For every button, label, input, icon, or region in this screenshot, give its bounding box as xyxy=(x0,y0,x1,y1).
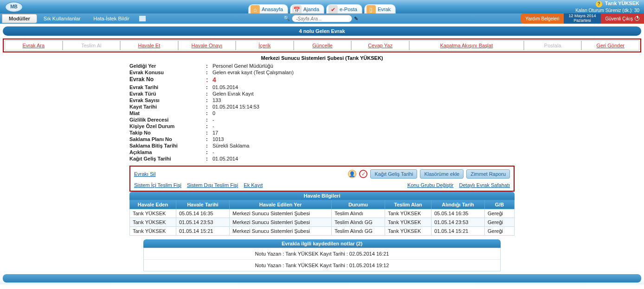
error-report-link[interactable]: Hata-İstek Bildir xyxy=(87,16,136,21)
kagit-gelis-value: 01.05.2014 xyxy=(213,156,515,161)
nav-doc[interactable]: ▯Evrak xyxy=(364,4,396,13)
detail-panel: Merkezi Sunucu Sistemleri Şubesi (Tarık … xyxy=(129,55,515,162)
note-row[interactable]: Notu Yazan : Tarık YÜKSEK Kayıt Tarihi :… xyxy=(144,260,500,271)
session-label: Kalan Oturum Süreniz (dk.): xyxy=(575,8,633,13)
table-row[interactable]: Tarık YÜKSEK05.05.14 16:35Merkezi Sunucu… xyxy=(130,209,515,218)
calendar-icon: 📅 xyxy=(292,5,302,14)
evrak-konusu-label: Evrak Konusu xyxy=(129,70,206,75)
aciklama-value: - xyxy=(213,149,515,155)
top-nav: ⌂Anasayfa 📅Ajanda ✔e-Posta ▯Evrak xyxy=(248,0,396,13)
ek-kayit-link[interactable]: Ek Kayıt xyxy=(244,182,263,188)
table-cell: 01.05.14 15:21 xyxy=(431,227,485,236)
miat-label: Miat xyxy=(129,110,206,116)
col-alindigi-tarih: Alındığı Tarih xyxy=(431,200,485,209)
note-row[interactable]: Notu Yazan : Tarık YÜKSEK Kayıt Tarihi :… xyxy=(144,248,500,260)
geri-gonder-link[interactable]: Geri Gönder xyxy=(596,43,625,48)
geldigi-yer-value: Personel Genel Müdürlüğü xyxy=(213,63,515,69)
havale-table: Havale Eden Havale Tarihi Havale Edilen … xyxy=(129,200,515,236)
user-name: Tarık YÜKSEK xyxy=(605,0,639,6)
col-durumu: Durumu xyxy=(332,200,385,209)
nav-mail[interactable]: ✔e-Posta xyxy=(326,4,362,13)
table-row[interactable]: Tarık YÜKSEK01.05.14 23:53Merkezi Sunucu… xyxy=(130,218,515,227)
date-line2: Pazartesi xyxy=(568,19,596,23)
sistem-disi-link[interactable]: Sistem Dışı Teslim Fişi xyxy=(187,182,238,188)
col-gb: G/B xyxy=(485,200,515,209)
havale-title: Havale Bilgileri xyxy=(129,192,515,200)
help-icon[interactable]: ? xyxy=(596,1,602,7)
detail-header: Merkezi Sunucu Sistemleri Şubesi (Tarık … xyxy=(129,55,515,63)
havale-et-link[interactable]: Havale Et xyxy=(138,43,161,48)
exit-label: Güvenli Çıkış xyxy=(605,16,633,21)
table-cell: Merkezi Sunucu Sistemleri Şubesi xyxy=(230,218,332,227)
konu-grubu-link[interactable]: Konu Grubu Değiştir xyxy=(407,182,454,188)
zimmet-raporu-button[interactable]: Zimmet Raporu xyxy=(466,169,510,179)
notes-body: Notu Yazan : Tarık YÜKSEK Kayıt Tarihi :… xyxy=(143,248,501,271)
evrak-tarihi-value: 01.05.2014 xyxy=(213,84,515,90)
action-row: Evrak Ara Teslim Al Havale Et Havale Ona… xyxy=(5,40,639,51)
col-teslim-alan: Teslim Alan xyxy=(385,200,431,209)
mid-top-row: Evrakı Sil 👤 ✓ Kağıt Geliş Tarihi Klasör… xyxy=(134,169,510,179)
table-row[interactable]: Tarık YÜKSEK01.05.14 15:21Merkezi Sunucu… xyxy=(130,227,515,236)
nav-home[interactable]: ⌂Anasayfa xyxy=(248,4,288,13)
help-docs-button[interactable]: Yardım Belgeleri xyxy=(521,13,564,24)
table-cell: Teslim Alındı xyxy=(332,209,385,218)
home-icon: ⌂ xyxy=(251,5,260,14)
document-icon: ▯ xyxy=(367,5,376,14)
table-cell: Gereği xyxy=(485,209,515,218)
table-cell: Tarık YÜKSEK xyxy=(385,227,431,236)
table-cell: 05.05.14 16:35 xyxy=(176,209,230,218)
cevap-yaz-link[interactable]: Cevap Yaz xyxy=(368,43,393,48)
aciklama-label: Açıklama xyxy=(129,149,206,155)
action-bar-highlight: Evrak Ara Teslim Al Havale Et Havale Ona… xyxy=(3,39,641,52)
table-cell: Merkezi Sunucu Sistemleri Şubesi xyxy=(230,227,332,236)
nav-agenda[interactable]: 📅Ajanda xyxy=(290,4,324,13)
nav-mail-label: e-Posta xyxy=(340,6,357,12)
postala-link: Postala xyxy=(544,43,561,48)
user-info: ?Tarık YÜKSEK Kalan Oturum Süreniz (dk.)… xyxy=(575,0,644,13)
footer-bar xyxy=(3,274,641,283)
evrak-tarihi-label: Evrak Tarihi xyxy=(129,84,206,90)
clock-icon[interactable]: ✓ xyxy=(359,170,367,178)
evrak-turu-value: Gelen Evrak Kayıt xyxy=(213,91,515,96)
guncelle-link[interactable]: Güncelle xyxy=(312,43,332,48)
toolbar-icon[interactable] xyxy=(139,15,146,22)
top-header: MB ⌂Anasayfa 📅Ajanda ✔e-Posta ▯Evrak ?Ta… xyxy=(0,0,644,13)
havale-onayi-link[interactable]: Havale Onayı xyxy=(192,43,223,48)
col-havale-tarihi: Havale Tarihi xyxy=(176,200,230,209)
mail-icon: ✔ xyxy=(328,5,338,14)
kayit-tarihi-value: 01.05.2014 15:14:53 xyxy=(213,104,515,109)
favorites-link[interactable]: Sık Kullanılanlar xyxy=(37,16,87,21)
col-havale-eden: Havale Eden xyxy=(130,200,176,209)
table-cell: Tarık YÜKSEK xyxy=(385,218,431,227)
detayli-safahat-link[interactable]: Detaylı Evrak Safahatı xyxy=(459,182,510,188)
search-input[interactable] xyxy=(292,15,352,22)
logo-badge[interactable]: MB xyxy=(5,2,23,12)
page-title: 4 nolu Gelen Evrak xyxy=(3,26,641,36)
icerik-link[interactable]: İçerik xyxy=(258,43,270,48)
kapatma-link[interactable]: Kapatma Akışını Başlat xyxy=(440,43,493,48)
saklama-plan-label: Saklama Planı No xyxy=(129,136,206,142)
evrak-sayisi-label: Evrak Sayısı xyxy=(129,97,206,103)
geldigi-yer-label: Geldiği Yer xyxy=(129,63,206,69)
kagit-gelis-tarihi-button[interactable]: Kağıt Geliş Tarihi xyxy=(370,169,417,179)
teslim-al-link: Teslim Al xyxy=(81,43,101,48)
kisiye-label: Kişiye Özel Durum xyxy=(129,123,206,129)
sistem-ici-link[interactable]: Sistem İçi Teslim Fişi xyxy=(134,182,181,188)
table-cell: Gereği xyxy=(485,227,515,236)
klasorume-ekle-button[interactable]: Klasörüme ekle xyxy=(420,169,464,179)
takip-value: 17 xyxy=(213,130,515,135)
pen-icon[interactable]: ✎ xyxy=(354,15,361,22)
session-minutes: 30 xyxy=(634,8,639,13)
safe-exit-button[interactable]: Güvenli Çıkış xyxy=(601,13,644,24)
user-icon[interactable]: 👤 xyxy=(348,170,356,178)
logo-area: MB xyxy=(0,0,28,13)
table-cell: Tarık YÜKSEK xyxy=(385,209,431,218)
moduller-button[interactable]: Modüller xyxy=(2,14,37,23)
saklama-bitis-label: Saklama Bitiş Tarihi xyxy=(129,143,206,148)
saklama-plan-value: 1013 xyxy=(213,136,515,142)
evrak-ara-link[interactable]: Evrak Ara xyxy=(22,43,45,48)
evraki-sil-link[interactable]: Evrakı Sil xyxy=(134,171,155,177)
table-cell: Gereği xyxy=(485,218,515,227)
power-icon xyxy=(635,16,639,21)
evrak-no-label: Evrak No xyxy=(129,76,206,83)
